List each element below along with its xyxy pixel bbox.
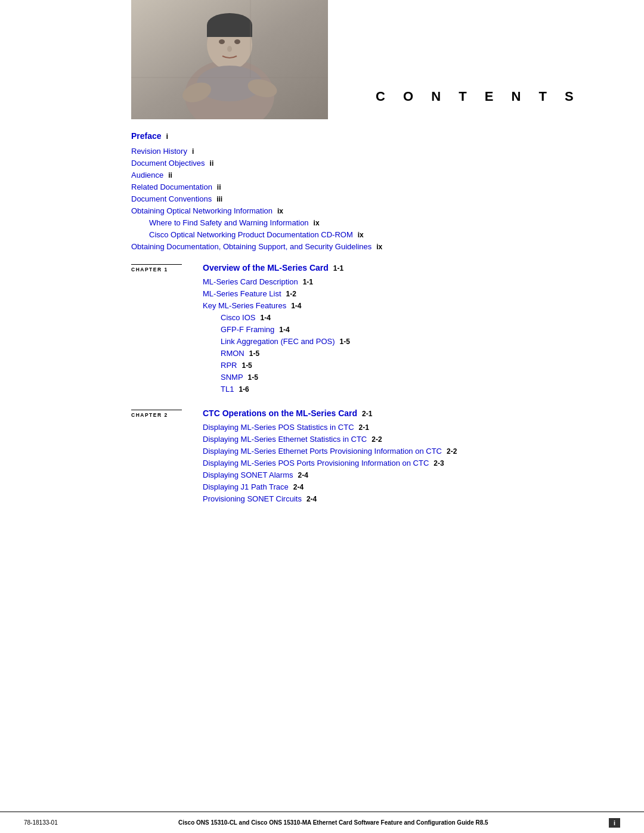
page-title: C O N T E N T S	[376, 89, 581, 104]
obtaining-doc-support-page: ix	[376, 243, 382, 251]
key-ml-series-features-link[interactable]: Key ML-Series Features	[203, 301, 286, 310]
list-item: Displaying SONET Alarms 2-4	[203, 470, 584, 479]
displaying-ethernet-stats-link[interactable]: Displaying ML-Series Ethernet Statistics…	[203, 435, 367, 444]
displaying-pos-stats-page: 2-1	[359, 423, 369, 432]
snmp-page: 1-5	[248, 373, 258, 382]
preface-entries: Revision History i Document Objectives i…	[131, 147, 584, 251]
header-image	[131, 0, 328, 119]
displaying-ethernet-ports-page: 2-2	[447, 447, 457, 456]
footer-title: Cisco ONS 15310-CL and Cisco ONS 15310-M…	[58, 819, 609, 826]
list-item: Obtaining Documentation, Obtaining Suppo…	[131, 242, 584, 251]
main-content: Preface i Revision History i Document Ob…	[0, 119, 644, 523]
chapter-2-title-link[interactable]: CTC Operations on the ML-Series Card	[203, 408, 357, 418]
where-to-find-page: ix	[314, 219, 320, 227]
list-item: RMON 1-5	[203, 349, 584, 358]
audience-page: ii	[168, 171, 172, 179]
list-item: Displaying J1 Path Trace 2-4	[203, 482, 584, 491]
list-item: ML-Series Card Description 1-1	[203, 277, 584, 286]
list-item: Revision History i	[131, 147, 584, 156]
list-item: Audience ii	[131, 171, 584, 179]
ml-series-card-desc-page: 1-1	[303, 278, 313, 286]
cisco-ios-page: 1-4	[261, 314, 271, 322]
snmp-link[interactable]: SNMP	[221, 373, 243, 382]
chapter-1-content: Overview of the ML-Series Card 1-1 ML-Se…	[203, 263, 584, 397]
chapter-2-block: CHAPTER 2 CTC Operations on the ML-Serie…	[131, 408, 584, 506]
chapter-1-page: 1-1	[333, 264, 343, 272]
list-item: ML-Series Feature List 1-2	[203, 289, 584, 298]
document-conventions-link[interactable]: Document Conventions	[131, 194, 212, 203]
list-item: GFP-F Framing 1-4	[203, 325, 584, 334]
list-item: Displaying ML-Series Ethernet Statistics…	[203, 435, 584, 444]
audience-link[interactable]: Audience	[131, 171, 163, 179]
displaying-pos-ports-link[interactable]: Displaying ML-Series POS Ports Provision…	[203, 459, 429, 467]
list-item: Related Documentation ii	[131, 182, 584, 191]
displaying-sonet-alarms-link[interactable]: Displaying SONET Alarms	[203, 470, 293, 479]
svg-point-10	[227, 46, 232, 52]
preface-section: Preface i Revision History i Document Ob…	[131, 131, 584, 251]
revision-history-link[interactable]: Revision History	[131, 147, 187, 156]
provisioning-sonet-circuits-link[interactable]: Provisioning SONET Circuits	[203, 494, 302, 503]
list-item: Key ML-Series Features 1-4	[203, 301, 584, 310]
svg-point-9	[234, 39, 240, 44]
list-item: Cisco IOS 1-4	[203, 313, 584, 322]
list-item: Where to Find Safety and Warning Informa…	[131, 218, 584, 227]
gfp-f-framing-link[interactable]: GFP-F Framing	[221, 325, 274, 334]
tl1-page: 1-6	[239, 385, 249, 394]
svg-rect-12	[207, 25, 252, 37]
related-documentation-link[interactable]: Related Documentation	[131, 182, 212, 191]
list-item: Document Objectives ii	[131, 159, 584, 168]
list-item: Displaying ML-Series Ethernet Ports Prov…	[203, 447, 584, 456]
svg-point-8	[219, 39, 225, 44]
displaying-pos-stats-link[interactable]: Displaying ML-Series POS Statistics in C…	[203, 423, 354, 432]
chapter-1-label: CHAPTER 1	[131, 264, 182, 272]
chapter-2-title-row: CTC Operations on the ML-Series Card 2-1	[203, 408, 584, 418]
obtaining-doc-support-link[interactable]: Obtaining Documentation, Obtaining Suppo…	[131, 242, 371, 251]
chapter-1-block: CHAPTER 1 Overview of the ML-Series Card…	[131, 263, 584, 397]
cisco-ios-link[interactable]: Cisco IOS	[221, 313, 256, 322]
displaying-sonet-alarms-page: 2-4	[298, 471, 308, 479]
chapter-1-title-link[interactable]: Overview of the ML-Series Card	[203, 263, 329, 272]
revision-history-page: i	[192, 147, 194, 156]
cisco-optical-cdrom-page: ix	[358, 231, 364, 239]
chapter-2-page: 2-1	[362, 410, 372, 418]
gfp-f-framing-page: 1-4	[279, 326, 289, 334]
list-item: Displaying ML-Series POS Ports Provision…	[203, 459, 584, 467]
page-footer: 78-18133-01 Cisco ONS 15310-CL and Cisco…	[0, 812, 644, 833]
page: C O N T E N T S Preface i Revision Histo…	[0, 0, 644, 833]
list-item: RPR 1-5	[203, 361, 584, 370]
document-conventions-page: iii	[216, 195, 222, 203]
document-objectives-link[interactable]: Document Objectives	[131, 159, 205, 168]
obtaining-optical-page: ix	[277, 207, 283, 215]
list-item: Displaying ML-Series POS Statistics in C…	[203, 423, 584, 432]
list-item: Provisioning SONET Circuits 2-4	[203, 494, 584, 503]
displaying-pos-ports-page: 2-3	[434, 459, 444, 467]
list-item: TL1 1-6	[203, 385, 584, 394]
displaying-ethernet-ports-link[interactable]: Displaying ML-Series Ethernet Ports Prov…	[203, 447, 442, 456]
ml-series-card-desc-link[interactable]: ML-Series Card Description	[203, 277, 298, 286]
list-item: Cisco Optical Networking Product Documen…	[131, 230, 584, 239]
tl1-link[interactable]: TL1	[221, 385, 234, 394]
preface-title-row: Preface i	[131, 131, 584, 141]
footer-doc-number: 78-18133-01	[24, 819, 58, 826]
list-item: Link Aggregation (FEC and POS) 1-5	[203, 337, 584, 346]
displaying-j1-path-trace-page: 2-4	[293, 483, 304, 491]
rmon-link[interactable]: RMON	[221, 349, 244, 358]
rpr-link[interactable]: RPR	[221, 361, 237, 370]
where-to-find-link[interactable]: Where to Find Safety and Warning Informa…	[149, 218, 309, 227]
displaying-j1-path-trace-link[interactable]: Displaying J1 Path Trace	[203, 482, 289, 491]
cisco-optical-cdrom-link[interactable]: Cisco Optical Networking Product Documen…	[149, 230, 353, 239]
list-item: Document Conventions iii	[131, 194, 584, 203]
preface-link[interactable]: Preface	[131, 131, 162, 141]
chapter-1-title-row: Overview of the ML-Series Card 1-1	[203, 263, 584, 272]
document-objectives-page: ii	[210, 159, 214, 168]
chapter-1-label-area: CHAPTER 1	[131, 263, 203, 397]
rpr-page: 1-5	[242, 361, 252, 370]
chapter-2-label: CHAPTER 2	[131, 410, 182, 418]
rmon-page: 1-5	[249, 349, 259, 358]
link-aggregation-link[interactable]: Link Aggregation (FEC and POS)	[221, 337, 335, 346]
obtaining-optical-link[interactable]: Obtaining Optical Networking Information	[131, 206, 273, 215]
ml-series-feature-list-link[interactable]: ML-Series Feature List	[203, 289, 281, 298]
provisioning-sonet-circuits-page: 2-4	[306, 495, 317, 503]
related-documentation-page: ii	[217, 183, 221, 191]
list-item: Obtaining Optical Networking Information…	[131, 206, 584, 215]
